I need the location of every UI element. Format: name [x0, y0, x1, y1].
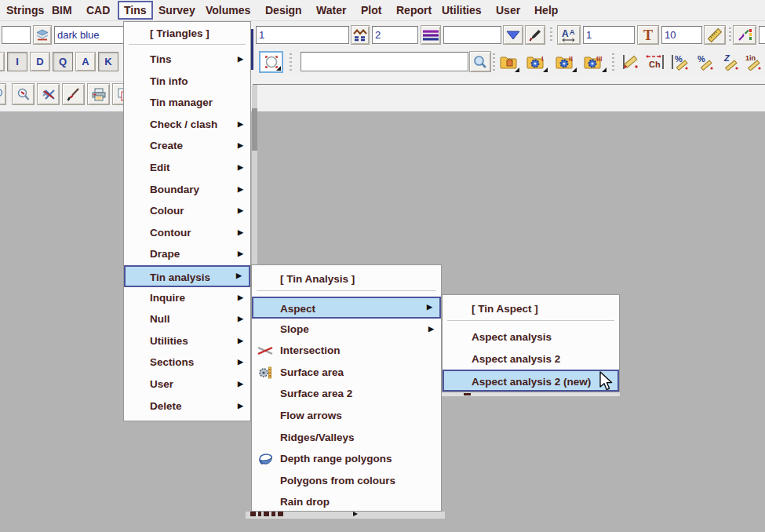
menu-item-tin-analysis[interactable]: Tin analysis [124, 265, 250, 287]
menu-item-delete[interactable]: Delete [124, 395, 250, 417]
menu-item-aspect[interactable]: Aspect [252, 297, 441, 319]
menubar-item-volumes[interactable]: Volumes [206, 0, 250, 20]
menu-item-inquire[interactable]: Inquire [124, 287, 250, 309]
menubar-item-strings[interactable]: Strings [6, 0, 44, 20]
menubar-item-design[interactable]: Design [265, 0, 302, 20]
toolbar-row-3 [0, 76, 765, 111]
menu-item-flow-arrows[interactable]: Flow arrows [252, 405, 441, 427]
mode-button-K[interactable]: K [98, 52, 118, 71]
clipped-zoom-button[interactable] [0, 83, 6, 105]
measure-1in-button[interactable]: 1in [743, 51, 763, 73]
menu-item-aspect-analysis[interactable]: Aspect analysis [443, 326, 619, 348]
menu-item-tin-info[interactable]: Tin info [124, 71, 250, 93]
menu-item-surface-area[interactable]: Surface area [252, 362, 441, 384]
measure-z-button[interactable]: Z [719, 51, 741, 73]
menu-item-contour[interactable]: Contour [124, 222, 250, 244]
textstyle-number-field[interactable] [583, 26, 635, 44]
search-input[interactable] [301, 52, 468, 71]
scrollbar-thumb[interactable] [252, 108, 257, 151]
svg-text:I: I [541, 55, 544, 63]
clipped-field[interactable] [759, 26, 765, 44]
menu-item-surface-area-2[interactable]: Surface area 2 [252, 383, 441, 405]
colour-number-field[interactable] [372, 26, 418, 44]
menubar-item-survey[interactable]: Survey [158, 0, 195, 20]
submenu-arrow-icon [427, 298, 432, 317]
menubar-item-report[interactable]: Report [396, 0, 432, 20]
redraw-cancel-button[interactable] [37, 83, 60, 105]
menu-item-tins[interactable]: Tins [124, 49, 250, 71]
menubar-item-cad[interactable]: CAD [86, 0, 110, 20]
menu-item-aspect-analysis-2[interactable]: Aspect analysis 2 [443, 348, 619, 370]
model-field[interactable] [256, 26, 349, 44]
menu-item-ridges-valleys[interactable]: Ridges/Valleys [252, 427, 441, 449]
menu-item-user[interactable]: User [124, 373, 250, 395]
string-edit-icon [737, 27, 752, 43]
menu-item-intersection[interactable]: Intersection [252, 340, 441, 362]
snap-cone-button[interactable] [259, 51, 283, 73]
layers-button[interactable] [33, 25, 52, 45]
svg-text:Z: Z [723, 53, 730, 63]
search-button[interactable] [469, 51, 491, 72]
menubar-item-tins[interactable]: Tins [118, 1, 153, 20]
menu-item-boundary[interactable]: Boundary [124, 179, 250, 201]
toolbar-row-2: I D Q A K [0, 49, 765, 76]
menubar-item-help[interactable]: Help [534, 0, 558, 20]
menubar-item-user[interactable]: User [496, 0, 520, 20]
submenu-arrow-icon [238, 243, 243, 265]
colour-field[interactable] [54, 26, 127, 44]
measure-chainage-button[interactable]: Ch [644, 51, 666, 73]
measure-grade-bar-button[interactable]: % [669, 51, 691, 73]
menubar-item-utilities[interactable]: Utilities [442, 0, 482, 20]
menu-item-slope[interactable]: Slope [252, 319, 441, 341]
plot-print-button[interactable] [87, 83, 110, 105]
linestyle-button[interactable] [421, 25, 441, 45]
measure-bearing-button[interactable] [618, 51, 641, 73]
toolbar-row-1: A A T [0, 21, 765, 49]
menu-item-sections[interactable]: Sections [124, 352, 250, 373]
menu-item-utilities[interactable]: Utilities [124, 330, 250, 352]
menu-item-aspect-analysis-2-new[interactable]: Aspect analysis 2 (new) [443, 370, 619, 392]
zoom-previous-button[interactable] [12, 83, 35, 105]
tin-folder-button[interactable] [497, 51, 520, 73]
menu-item-rain-drop[interactable]: Rain drop [252, 491, 441, 513]
text-style-button[interactable]: A A [557, 25, 581, 45]
function-folder-3-button[interactable]: III [582, 51, 607, 73]
linestyle-icon [423, 29, 439, 42]
name-field[interactable] [2, 26, 31, 44]
menu-item-colour[interactable]: Colour [124, 200, 250, 222]
submenu-arrow-icon [238, 114, 243, 136]
toolbar-separator [290, 53, 292, 71]
measure-grade-button[interactable]: % [694, 51, 716, 73]
menu-item-edit[interactable]: Edit [124, 157, 250, 179]
string-edit-button[interactable] [733, 25, 756, 45]
menu-item-create[interactable]: Create [124, 135, 250, 157]
function-folder-1-button[interactable]: I [524, 51, 548, 73]
mode-button-A[interactable]: A [75, 52, 96, 71]
function-folder-2-button[interactable]: II [553, 51, 577, 73]
clipped-mode-button[interactable] [0, 52, 5, 71]
mode-button-I[interactable]: I [7, 52, 27, 71]
menubar-item-bim[interactable]: BIM [52, 0, 72, 20]
menu-bar: Strings BIM CAD Tins Survey Volumes Desi… [0, 0, 765, 21]
linestyle-dropdown-button[interactable] [503, 25, 523, 45]
pick-style-button[interactable] [525, 25, 545, 45]
menu-item-polygons-from-colours[interactable]: Polygons from colours [252, 470, 441, 492]
textsize-field[interactable] [661, 26, 702, 44]
textsize-ruler-button[interactable] [704, 25, 726, 45]
mode-button-Q[interactable]: Q [53, 52, 73, 71]
menu-item-drape[interactable]: Drape [124, 243, 250, 265]
menubar-item-water[interactable]: Water [316, 0, 346, 20]
view-scrollbar[interactable] [252, 85, 257, 264]
clean-brush-button[interactable] [62, 83, 85, 105]
menubar-item-plot[interactable]: Plot [361, 0, 381, 20]
mode-button-D[interactable]: D [30, 52, 50, 71]
menu-item-null[interactable]: Null [124, 308, 250, 330]
model-list-button[interactable] [351, 25, 370, 45]
menu-item-check-clash[interactable]: Check / clash [124, 114, 250, 136]
submenu-arrow-icon [238, 157, 243, 179]
menu-item-depth-range-polygons[interactable]: Depth range polygons [252, 448, 441, 470]
linestyle-field[interactable] [443, 26, 501, 44]
menu-item-tin-manager[interactable]: Tin manager [124, 92, 250, 114]
x-check-icon [41, 87, 56, 102]
text-button[interactable]: T [637, 25, 659, 45]
